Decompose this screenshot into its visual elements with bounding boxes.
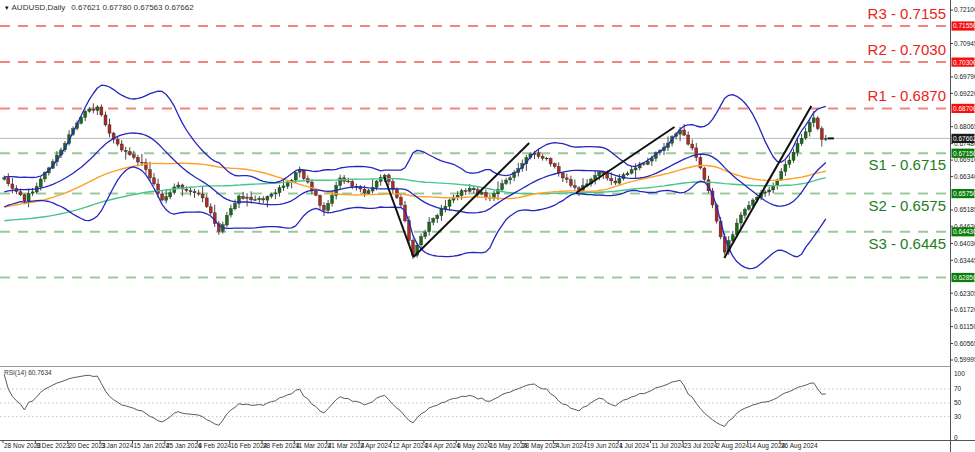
date-label: 25 Jan 2024 [166, 442, 202, 449]
date-label: 26 Aug 2024 [781, 442, 818, 450]
support-badge-s2-text: 0.65750 [953, 190, 975, 197]
date-label: 6 Feb 2024 [198, 442, 231, 449]
date-label: 12 Apr 2024 [393, 442, 428, 450]
date-label: 1 Jul 2024 [619, 442, 649, 449]
date-label: 24 Apr 2024 [425, 442, 460, 450]
price-tick-label: 0.61720 [954, 306, 975, 313]
price-tick-label: 0.59995 [954, 356, 975, 363]
date-label: 15 Jan 2024 [134, 442, 170, 449]
date-label: 14 Aug 2024 [749, 442, 786, 450]
trend-line-august-rally[interactable] [724, 106, 811, 258]
support-label-s1: S1 - 0.6715 [868, 156, 946, 173]
rsi-axis-label: 70 [954, 385, 962, 392]
date-axis[interactable]: 28 Nov 20238 Dec 202320 Dec 20233 Jan 20… [3, 441, 818, 451]
date-label: 2 Apr 2024 [360, 442, 392, 450]
trend-line-april-may-rally[interactable] [414, 143, 530, 257]
ohlc-readout: 0.67621 0.67780 0.67563 0.67662 [71, 3, 193, 12]
support-badge-extra-text: 0.62850 [953, 274, 975, 281]
date-label: 16 Feb 2024 [231, 442, 268, 449]
rsi-axis-label: 100 [954, 370, 965, 377]
chart-canvas[interactable]: 0.721000.709450.697900.692200.680650.674… [0, 0, 975, 452]
price-tick-label: 0.69790 [954, 73, 975, 80]
price-tick-label: 0.65185 [954, 206, 975, 213]
price-tick-label: 0.72100 [954, 6, 975, 13]
price-tick-label: 0.68065 [954, 123, 975, 130]
support-badge-s1-text: 0.67150 [953, 150, 975, 157]
date-label: 2 Aug 2024 [716, 442, 749, 450]
date-label: 7 Jun 2024 [554, 442, 587, 449]
price-tick-label: 0.69220 [954, 90, 975, 97]
price-tick-label: 0.64030 [954, 240, 975, 247]
ma-slow-green-line[interactable] [4, 178, 826, 221]
resistance-label-r1: R1 - 0.6870 [868, 87, 946, 104]
resistance-badge-r1-text: 0.68700 [953, 105, 975, 112]
chart-title-bar: ▾AUDUSD,Daily0.67621 0.67780 0.67563 0.6… [5, 3, 194, 12]
rsi-line[interactable] [4, 375, 826, 427]
date-label: 11 Mar 2024 [295, 442, 331, 449]
rsi-axis-label: 30 [954, 413, 962, 420]
support-badge-s3-text: 0.64430 [953, 228, 975, 235]
price-tick-label: 0.60565 [954, 340, 975, 347]
resistance-badge-r2-text: 0.70300 [953, 59, 975, 66]
price-axis[interactable]: 0.721000.709450.697900.692200.680650.674… [0, 0, 975, 452]
date-label: 3 Jan 2024 [101, 442, 134, 449]
date-label: 6 May 2024 [457, 442, 491, 450]
resistance-label-r2: R2 - 0.7030 [868, 41, 946, 58]
price-tick-label: 0.70945 [954, 40, 975, 47]
bollinger-middle-band[interactable] [4, 133, 826, 213]
rsi-pane[interactable] [0, 367, 975, 427]
date-label: 23 Jul 2024 [684, 442, 718, 449]
date-label: 21 Mar 2024 [328, 442, 365, 449]
rsi-axis-label: 50 [954, 399, 962, 406]
symbol-name: AUDUSD,Daily [12, 3, 66, 12]
price-tick-label: 0.66340 [954, 173, 975, 180]
support-label-s2: S2 - 0.6575 [868, 197, 946, 214]
price-tick-label: 0.63445 [954, 257, 975, 264]
date-label: 8 Dec 2023 [36, 442, 70, 449]
date-label: 11 Jul 2024 [652, 442, 686, 449]
resistance-badge-r3-text: 0.71550 [953, 22, 975, 29]
date-label: 19 Jun 2024 [587, 442, 623, 449]
bollinger-lower-band[interactable] [4, 167, 826, 269]
price-tick-label: 0.61150 [954, 323, 975, 330]
mt4-chart-window: 0.721000.709450.697900.692200.680650.674… [0, 0, 975, 452]
current-price-badge-text: 0.67662 [953, 135, 975, 142]
price-tick-label: 0.62305 [954, 290, 975, 297]
support-label-s3: S3 - 0.6445 [868, 235, 946, 252]
resistance-label-r3: R3 - 0.7155 [868, 5, 946, 22]
date-label: 28 Feb 2024 [263, 442, 300, 449]
symbol-marker-icon: ▾ [5, 4, 9, 11]
main-price-pane[interactable] [0, 26, 951, 278]
rsi-indicator-label: RSI(14) 60.7634 [4, 369, 52, 376]
rsi-axis-label: 0 [954, 434, 958, 441]
